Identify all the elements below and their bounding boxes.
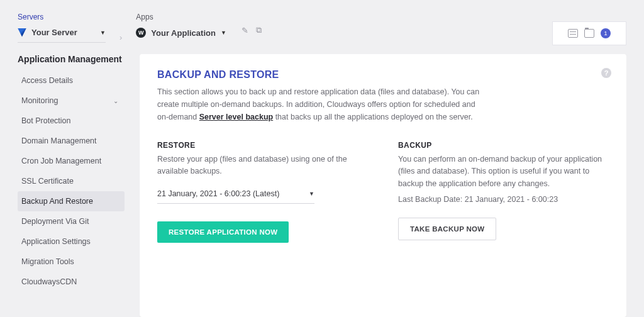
notification-badge: 1 (601, 28, 611, 38)
restore-text: Restore your app (files and database) us… (157, 153, 368, 178)
server-provider-icon (18, 28, 26, 37)
chevron-down-icon: ▼ (309, 191, 314, 197)
page-title: BACKUP AND RESTORE (157, 69, 609, 81)
sidebar-item-ssl-certificate[interactable]: SSL Certificate (18, 171, 125, 191)
page-description: This section allows you to back up and r… (157, 86, 484, 123)
sidebar-item-label: Bot Protection (21, 116, 71, 125)
sidebar-item-label: Deployment Via Git (21, 217, 89, 226)
sidebar-item-migration-tools[interactable]: Migration Tools (18, 252, 125, 272)
folder-view-icon (584, 29, 594, 38)
sidebar-item-label: Migration Tools (21, 257, 74, 266)
sidebar-item-label: Application Settings (21, 237, 91, 246)
list-view-icon (568, 29, 578, 38)
edit-icon[interactable]: ✎ (242, 26, 248, 35)
sidebar-item-monitoring[interactable]: Monitoring⌄ (18, 91, 125, 111)
sidebar-item-cron-job-management[interactable]: Cron Job Management (18, 151, 125, 171)
backup-panel: BACKUP You can perform an on-demand back… (398, 141, 609, 243)
sidebar-item-backup-and-restore[interactable]: Backup And Restore (18, 191, 125, 211)
apps-label: Apps (136, 13, 226, 21)
sidebar-item-label: Backup And Restore (21, 197, 93, 206)
app-name: Your Application (151, 28, 216, 38)
selected-backup: 21 January, 2021 - 6:00:23 (Latest) (157, 189, 279, 198)
sidebar-item-label: Access Details (21, 76, 73, 85)
chevron-right-icon: › (119, 23, 122, 42)
breadcrumb-servers: Servers Your Server ▼ (18, 13, 106, 43)
sidebar-item-domain-management[interactable]: Domain Management (18, 131, 125, 151)
sidebar-item-label: Domain Management (21, 136, 97, 145)
restore-heading: RESTORE (157, 141, 368, 150)
sidebar-item-bot-protection[interactable]: Bot Protection (18, 111, 125, 131)
sidebar-item-access-details[interactable]: Access Details (18, 70, 125, 91)
sidebar-item-cloudwayscdn[interactable]: CloudwaysCDN (18, 272, 125, 292)
backup-heading: BACKUP (398, 141, 609, 150)
wordpress-icon: W (136, 28, 146, 38)
sidebar-item-label: Cron Job Management (21, 157, 101, 165)
restore-panel: RESTORE Restore your app (files and data… (157, 141, 368, 243)
chevron-down-icon: ⌄ (113, 97, 118, 104)
server-selector[interactable]: Your Server ▼ (18, 25, 106, 43)
sidebar-heading: Application Management (18, 54, 125, 64)
servers-label: Servers (18, 13, 106, 21)
open-external-icon[interactable]: ⧉ (256, 25, 262, 35)
chevron-down-icon: ▼ (100, 30, 106, 36)
app-selector[interactable]: W Your Application ▼ (136, 25, 226, 43)
sidebar-item-label: SSL Certificate (21, 177, 74, 186)
sidebar-item-deployment-via-git[interactable]: Deployment Via Git (18, 211, 125, 231)
sidebar-item-label: CloudwaysCDN (21, 277, 77, 286)
last-backup-date: Last Backup Date: 21 January, 2021 - 6:0… (398, 194, 609, 206)
server-level-backup-link[interactable]: Server level backup (199, 113, 273, 121)
view-toggle[interactable]: 1 (552, 21, 626, 45)
chevron-down-icon: ▼ (221, 30, 226, 36)
server-name: Your Server (31, 28, 77, 37)
restore-button[interactable]: RESTORE APPLICATION NOW (157, 221, 289, 243)
sidebar-item-application-settings[interactable]: Application Settings (18, 231, 125, 252)
breadcrumb-apps: Apps W Your Application ▼ (136, 13, 226, 43)
backup-button[interactable]: TAKE BACKUP NOW (398, 218, 496, 240)
sidebar-item-label: Monitoring (21, 96, 58, 105)
backup-text: You can perform an on-demand backup of y… (398, 153, 609, 190)
help-icon[interactable]: ? (601, 68, 611, 78)
backup-selector[interactable]: 21 January, 2021 - 6:00:23 (Latest) ▼ (157, 187, 314, 204)
